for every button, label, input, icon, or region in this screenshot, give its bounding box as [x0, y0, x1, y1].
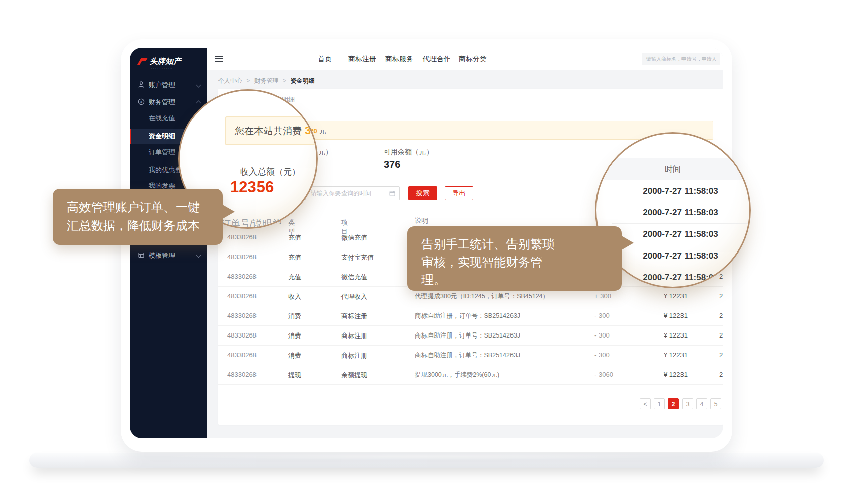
- pagination-prev-button[interactable]: <: [640, 398, 651, 409]
- nav-item-trademark-category[interactable]: 商标分类: [459, 48, 487, 70]
- cell-order: 48330268: [227, 371, 257, 378]
- magnified-time-row: 2000-7-27 11:58:03: [612, 202, 749, 224]
- sidebar-item-finance[interactable]: ¥ 财务管理: [130, 94, 207, 109]
- cell-type: 提现: [288, 371, 301, 380]
- callout-left: 高效管理账户订单、一键 汇总数据，降低财务成本: [53, 189, 223, 245]
- sort-caret-icon[interactable]: ∨: [343, 218, 346, 223]
- finance-icon: ¥: [138, 98, 145, 105]
- svg-text:¥: ¥: [140, 100, 143, 104]
- cell-project: 商标注册: [341, 331, 367, 341]
- export-button[interactable]: 导出: [445, 186, 473, 200]
- cell-balance: ¥ 12231: [664, 292, 688, 300]
- cell-balance: ¥ 12231: [664, 371, 688, 378]
- callout-text-line: 理。: [421, 271, 608, 288]
- sort-caret-icon[interactable]: ∨: [290, 218, 293, 223]
- date-query-input[interactable]: [305, 186, 400, 200]
- cell-type: 收入: [288, 292, 301, 301]
- callout-left-arrow-icon: [222, 204, 235, 219]
- cell-type: 充值: [288, 233, 301, 242]
- nav-item-agency[interactable]: 代理合作: [422, 48, 451, 70]
- magnified-banner: 您在本站共消费321248: [225, 116, 318, 145]
- pagination-page-4[interactable]: 4: [696, 398, 707, 409]
- cell-order: 48330268: [227, 312, 257, 319]
- menu-icon[interactable]: [215, 56, 223, 62]
- banner-unit: 元: [319, 127, 326, 135]
- pagination-page-5[interactable]: 5: [710, 398, 721, 409]
- cell-amount: - 3060: [594, 371, 613, 378]
- sidebar-item-template[interactable]: 模板管理: [130, 247, 207, 263]
- table-row: 48330268 提现 余额提现 提现3000元，手续费2%(60元) - 30…: [218, 365, 723, 385]
- cell-time: 2000-7-27 11:58:03: [719, 273, 723, 280]
- top-nav: 首页 商标注册 商标服务 代理合作 商标分类: [207, 48, 723, 70]
- cell-order: 48330268: [227, 331, 257, 339]
- breadcrumb: 个人中心 > 财务管理 > 资金明细: [218, 77, 314, 86]
- cell-amount: - 300: [594, 331, 610, 339]
- cell-project: 支付宝充值: [341, 253, 374, 262]
- cell-amount: - 300: [594, 351, 610, 359]
- logo-subtext: ··········: [151, 67, 173, 70]
- nav-item-home[interactable]: 首页: [318, 48, 332, 70]
- cell-order: 48330268: [227, 233, 257, 241]
- magnified-time-header: 时间: [596, 164, 749, 175]
- sidebar-item-label: 模板管理: [149, 251, 175, 260]
- cell-project: 余额提现: [341, 371, 367, 380]
- cell-project: 商标注册: [341, 312, 367, 321]
- search-input[interactable]: [642, 53, 720, 65]
- sidebar-item-label: 财务管理: [149, 98, 175, 107]
- breadcrumb-separator: >: [283, 77, 286, 85]
- cell-project: 微信充值: [341, 273, 367, 282]
- cell-desc: 代理提成300元（ID:1245，订单号：SB45124）: [415, 292, 549, 301]
- cell-amount: + 300: [594, 292, 611, 300]
- magnified-time-row: 2000-7-27 11:58:03: [612, 180, 749, 202]
- cell-project: 代理收入: [341, 292, 367, 301]
- cell-desc: 商标自助注册，订单号：SB2514263J: [415, 331, 520, 340]
- breadcrumb-item[interactable]: 个人中心: [218, 77, 242, 85]
- cell-balance: ¥ 12231: [664, 331, 688, 339]
- search-button[interactable]: 搜索: [408, 186, 437, 200]
- cell-time: 2000-7-27 11:58:03: [719, 351, 723, 359]
- cell-desc: 商标自助注册，订单号：SB2514263J: [415, 312, 520, 320]
- chevron-down-icon: [196, 82, 201, 88]
- pagination-page-3[interactable]: 3: [682, 398, 693, 409]
- breadcrumb-item[interactable]: 财务管理: [254, 77, 279, 85]
- sidebar-item-account[interactable]: 账户管理: [130, 77, 207, 92]
- cell-desc: 提现3000元，手续费2%(60元): [415, 371, 499, 379]
- callout-right-arrow-icon: [621, 235, 634, 250]
- user-icon: [138, 81, 145, 88]
- chevron-down-icon: [196, 253, 201, 258]
- cell-type: 消费: [288, 312, 301, 321]
- cell-time: 2000-7-27 11:58:03: [719, 312, 723, 319]
- active-indicator: [130, 129, 131, 144]
- cell-type: 消费: [288, 331, 301, 341]
- callout-text-line: 告别手工统计、告别繁琐: [421, 235, 608, 253]
- cell-order: 48330268: [227, 253, 257, 261]
- breadcrumb-current: 资金明细: [290, 77, 314, 85]
- cell-type: 充值: [288, 273, 301, 282]
- pagination-page-1[interactable]: 1: [654, 398, 665, 409]
- page: 头牌知产 ·········· 账户管理 ¥ 财务管: [0, 0, 853, 504]
- cell-balance: ¥ 12231: [664, 351, 688, 359]
- divider: [375, 149, 375, 168]
- callout-right: 告别手工统计、告别繁琐 审核，实现智能财务管 理。: [407, 226, 622, 291]
- logo-title: 头牌知产: [150, 57, 181, 66]
- cell-amount: - 300: [594, 312, 610, 319]
- cell-type: 消费: [288, 351, 301, 360]
- cell-order: 48330268: [227, 351, 257, 359]
- callout-text-line: 审核，实现智能财务管: [421, 253, 608, 271]
- sidebar-item-label: 账户管理: [149, 80, 175, 90]
- table-row: 48330268 消费 商标注册 商标自助注册，订单号：SB2514263J -…: [218, 325, 723, 346]
- nav-item-trademark-register[interactable]: 商标注册: [348, 48, 376, 70]
- magnified-stat-label: 收入总额（元）: [240, 166, 300, 178]
- pagination-page-2[interactable]: 2: [668, 398, 679, 409]
- laptop-base: [29, 453, 824, 468]
- nav-item-trademark-service[interactable]: 商标服务: [385, 48, 413, 70]
- stat-balance-value: 376: [384, 159, 400, 171]
- chevron-up-icon: [196, 101, 201, 106]
- cell-project: 商标注册: [341, 351, 367, 360]
- logo-icon: [137, 57, 149, 65]
- cell-balance: ¥ 12231: [664, 312, 688, 319]
- breadcrumb-separator: >: [246, 77, 250, 85]
- cell-desc: 商标自助注册，订单号：SB2514263J: [415, 351, 520, 360]
- calendar-icon[interactable]: [389, 190, 395, 196]
- logo[interactable]: 头牌知产 ··········: [137, 56, 202, 76]
